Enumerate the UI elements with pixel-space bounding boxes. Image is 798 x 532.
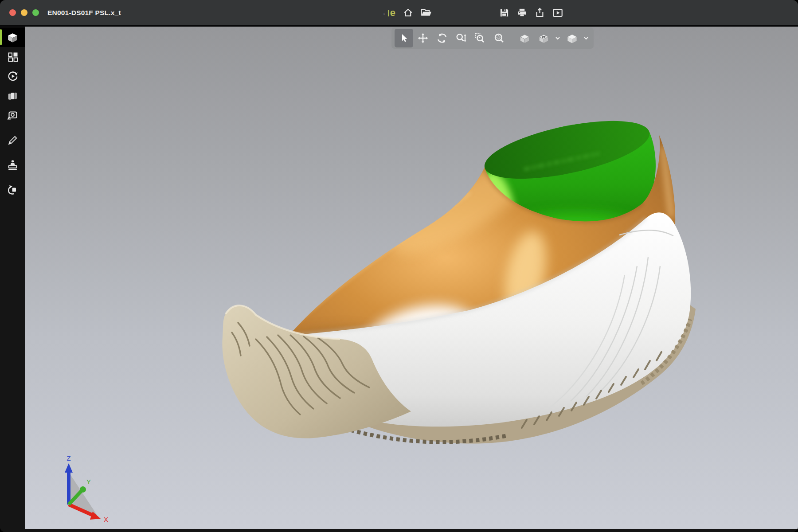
panel-play-icon bbox=[552, 8, 563, 18]
traffic-lights bbox=[0, 9, 39, 16]
maximize-button[interactable] bbox=[32, 9, 39, 16]
home-button[interactable] bbox=[403, 6, 413, 20]
grid-icon bbox=[7, 51, 19, 63]
sidebar-item-update[interactable] bbox=[0, 66, 25, 86]
pencil-icon bbox=[7, 134, 19, 146]
titlebar: EN001-DS01F PSL.x_t → | e bbox=[0, 0, 798, 27]
orbit-tool-button[interactable] bbox=[433, 29, 451, 47]
axis-x-label: X bbox=[104, 516, 108, 523]
view-toolbar bbox=[391, 27, 594, 49]
app-logo-glyph: e bbox=[390, 8, 395, 18]
sidebar-item-stamp[interactable] bbox=[0, 155, 25, 175]
axis-z-label: Z bbox=[66, 454, 70, 462]
zoom-window-tool-button[interactable] bbox=[471, 29, 489, 47]
sidebar-item-history[interactable] bbox=[0, 180, 25, 200]
axis-triad: Z Y X bbox=[65, 454, 108, 523]
left-sidebar bbox=[0, 27, 25, 532]
orbit-icon bbox=[436, 32, 448, 44]
sync-icon bbox=[7, 70, 19, 82]
zoom-fit-tool-button[interactable] bbox=[490, 29, 509, 47]
close-button[interactable] bbox=[9, 9, 16, 16]
viewport-canvas[interactable]: Z Y X bbox=[25, 27, 798, 529]
zoom-window-icon bbox=[474, 32, 486, 44]
print-button[interactable] bbox=[517, 6, 527, 20]
measure-icon bbox=[7, 110, 19, 121]
box-icon bbox=[519, 32, 531, 44]
view-orientation-button[interactable] bbox=[534, 29, 553, 47]
solid-cube-icon bbox=[7, 31, 19, 43]
pan-icon bbox=[417, 32, 429, 44]
window-title: EN001-DS01F PSL.x_t bbox=[47, 9, 121, 17]
view-standard-button[interactable] bbox=[515, 29, 534, 47]
sidebar-item-sketch[interactable] bbox=[0, 130, 25, 150]
chevron-down-icon bbox=[583, 35, 589, 41]
select-tool-button[interactable] bbox=[395, 29, 413, 47]
bodies-icon bbox=[7, 90, 19, 102]
shaded-box-icon bbox=[566, 32, 578, 44]
zoom-tool-button[interactable] bbox=[452, 29, 470, 47]
toggle-right-panel-button[interactable] bbox=[552, 6, 563, 20]
cursor-icon bbox=[399, 33, 409, 43]
save-icon bbox=[499, 8, 509, 18]
display-style-button[interactable] bbox=[563, 29, 581, 47]
app-body: Z Y X bbox=[0, 27, 798, 532]
open-folder-icon bbox=[421, 8, 432, 17]
print-icon bbox=[517, 8, 527, 18]
sidebar-item-modeling[interactable] bbox=[0, 27, 25, 47]
app-window: EN001-DS01F PSL.x_t → | e bbox=[0, 0, 798, 532]
zoom-fit-icon bbox=[493, 32, 505, 44]
view-cube-icon bbox=[538, 32, 550, 44]
sidebar-item-bodies[interactable] bbox=[0, 86, 25, 106]
view-orientation-dropdown[interactable] bbox=[553, 29, 562, 47]
titlebar-actions: → | e bbox=[379, 0, 563, 25]
display-style-dropdown[interactable] bbox=[582, 29, 591, 47]
open-file-button[interactable] bbox=[421, 6, 432, 20]
sidebar-item-layout[interactable] bbox=[0, 47, 25, 66]
pan-tool-button[interactable] bbox=[414, 29, 432, 47]
rotate-body-icon bbox=[7, 184, 19, 196]
save-button[interactable] bbox=[499, 6, 509, 20]
home-icon bbox=[403, 8, 413, 18]
scene-3d: Z Y X bbox=[25, 27, 798, 529]
arrow-icon: → bbox=[379, 9, 386, 16]
axis-y-label: Y bbox=[86, 478, 91, 485]
sidebar-item-measure[interactable] bbox=[0, 106, 25, 125]
app-logo: → | e bbox=[379, 8, 395, 18]
share-icon bbox=[535, 8, 545, 18]
chevron-down-icon bbox=[555, 35, 560, 41]
share-button[interactable] bbox=[535, 6, 545, 20]
stamp-icon bbox=[7, 159, 19, 171]
minimize-button[interactable] bbox=[21, 9, 27, 16]
caret-icon: | bbox=[387, 9, 390, 16]
zoom-in-out-icon bbox=[455, 32, 467, 44]
